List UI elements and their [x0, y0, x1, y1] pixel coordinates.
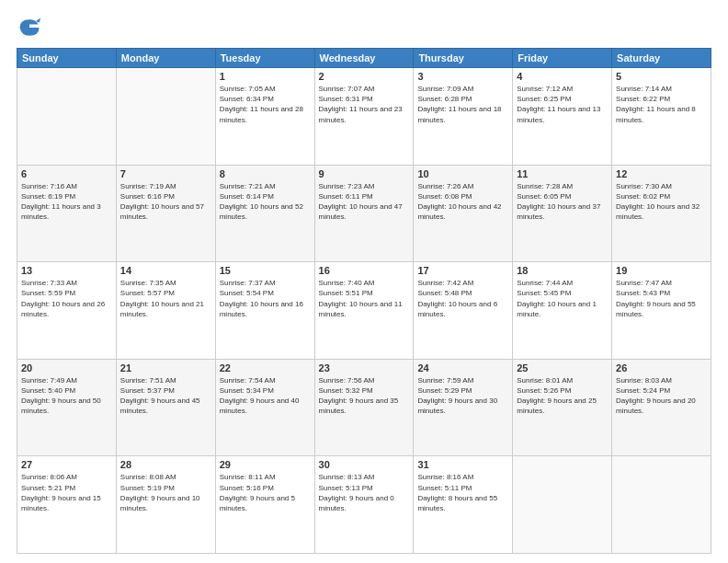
calendar-cell	[612, 456, 711, 554]
day-number: 24	[417, 362, 508, 373]
day-info: Sunrise: 7:07 AM Sunset: 6:31 PM Dayligh…	[319, 84, 410, 125]
calendar-cell	[116, 68, 215, 166]
calendar-cell: 1Sunrise: 7:05 AM Sunset: 6:34 PM Daylig…	[215, 68, 314, 166]
calendar-cell: 17Sunrise: 7:42 AM Sunset: 5:48 PM Dayli…	[414, 262, 513, 360]
day-number: 4	[517, 71, 608, 82]
header-saturday: Saturday	[612, 49, 711, 68]
calendar-cell: 12Sunrise: 7:30 AM Sunset: 6:02 PM Dayli…	[612, 165, 711, 262]
calendar-cell: 9Sunrise: 7:23 AM Sunset: 6:11 PM Daylig…	[314, 165, 414, 262]
day-number: 14	[120, 265, 211, 276]
header-friday: Friday	[513, 49, 612, 68]
calendar-cell: 5Sunrise: 7:14 AM Sunset: 6:22 PM Daylig…	[612, 68, 711, 166]
day-number: 12	[616, 168, 707, 179]
day-info: Sunrise: 7:30 AM Sunset: 6:02 PM Dayligh…	[616, 181, 707, 223]
calendar-cell	[513, 456, 612, 554]
calendar-cell: 6Sunrise: 7:16 AM Sunset: 6:19 PM Daylig…	[17, 165, 117, 262]
calendar-cell: 27Sunrise: 8:06 AM Sunset: 5:21 PM Dayli…	[17, 456, 117, 554]
day-number: 11	[517, 168, 608, 179]
calendar-week-row: 1Sunrise: 7:05 AM Sunset: 6:34 PM Daylig…	[17, 68, 711, 166]
day-info: Sunrise: 8:01 AM Sunset: 5:26 PM Dayligh…	[517, 375, 608, 417]
day-info: Sunrise: 8:11 AM Sunset: 5:16 PM Dayligh…	[220, 472, 311, 513]
day-info: Sunrise: 7:44 AM Sunset: 5:45 PM Dayligh…	[517, 278, 608, 319]
day-info: Sunrise: 7:47 AM Sunset: 5:43 PM Dayligh…	[616, 278, 707, 319]
calendar-cell: 3Sunrise: 7:09 AM Sunset: 6:28 PM Daylig…	[414, 68, 513, 166]
calendar-cell: 24Sunrise: 7:59 AM Sunset: 5:29 PM Dayli…	[414, 359, 513, 456]
day-number: 15	[220, 265, 311, 276]
day-number: 27	[21, 459, 112, 470]
day-number: 9	[319, 168, 410, 179]
day-info: Sunrise: 7:19 AM Sunset: 6:16 PM Dayligh…	[120, 181, 211, 223]
day-info: Sunrise: 7:37 AM Sunset: 5:54 PM Dayligh…	[220, 278, 311, 319]
day-info: Sunrise: 7:33 AM Sunset: 5:59 PM Dayligh…	[21, 278, 112, 319]
calendar-cell	[17, 68, 117, 166]
day-number: 8	[220, 168, 311, 179]
calendar-cell: 26Sunrise: 8:03 AM Sunset: 5:24 PM Dayli…	[612, 359, 711, 456]
calendar-cell: 14Sunrise: 7:35 AM Sunset: 5:57 PM Dayli…	[116, 262, 215, 360]
day-number: 21	[120, 362, 211, 373]
calendar-cell: 22Sunrise: 7:54 AM Sunset: 5:34 PM Dayli…	[215, 359, 314, 456]
day-number: 10	[417, 168, 508, 179]
calendar-cell: 31Sunrise: 8:16 AM Sunset: 5:11 PM Dayli…	[414, 456, 513, 554]
header-wednesday: Wednesday	[314, 49, 414, 68]
header-thursday: Thursday	[414, 49, 513, 68]
day-number: 23	[319, 362, 410, 373]
day-info: Sunrise: 7:12 AM Sunset: 6:25 PM Dayligh…	[517, 84, 608, 125]
calendar-cell: 29Sunrise: 8:11 AM Sunset: 5:16 PM Dayli…	[215, 456, 314, 554]
calendar-week-row: 20Sunrise: 7:49 AM Sunset: 5:40 PM Dayli…	[17, 359, 711, 456]
calendar-cell: 16Sunrise: 7:40 AM Sunset: 5:51 PM Dayli…	[314, 262, 414, 360]
day-info: Sunrise: 8:13 AM Sunset: 5:13 PM Dayligh…	[319, 472, 410, 513]
logo-icon	[17, 15, 42, 40]
day-number: 7	[120, 168, 211, 179]
day-info: Sunrise: 7:42 AM Sunset: 5:48 PM Dayligh…	[417, 278, 508, 319]
day-info: Sunrise: 7:59 AM Sunset: 5:29 PM Dayligh…	[417, 375, 508, 417]
calendar-cell: 21Sunrise: 7:51 AM Sunset: 5:37 PM Dayli…	[116, 359, 215, 456]
calendar-week-row: 13Sunrise: 7:33 AM Sunset: 5:59 PM Dayli…	[17, 262, 711, 360]
day-info: Sunrise: 8:03 AM Sunset: 5:24 PM Dayligh…	[616, 375, 707, 417]
calendar-cell: 4Sunrise: 7:12 AM Sunset: 6:25 PM Daylig…	[513, 68, 612, 166]
calendar-table: Sunday Monday Tuesday Wednesday Thursday…	[17, 48, 711, 554]
day-number: 16	[319, 265, 410, 276]
day-number: 31	[417, 459, 508, 470]
day-number: 3	[417, 71, 508, 82]
calendar-cell: 11Sunrise: 7:28 AM Sunset: 6:05 PM Dayli…	[513, 165, 612, 262]
day-number: 29	[220, 459, 311, 470]
calendar-week-row: 6Sunrise: 7:16 AM Sunset: 6:19 PM Daylig…	[17, 165, 711, 262]
day-info: Sunrise: 8:08 AM Sunset: 5:19 PM Dayligh…	[120, 472, 211, 513]
day-number: 5	[616, 71, 707, 82]
day-info: Sunrise: 7:51 AM Sunset: 5:37 PM Dayligh…	[120, 375, 211, 417]
calendar-week-row: 27Sunrise: 8:06 AM Sunset: 5:21 PM Dayli…	[17, 456, 711, 554]
calendar-cell: 25Sunrise: 8:01 AM Sunset: 5:26 PM Dayli…	[513, 359, 612, 456]
calendar-cell: 13Sunrise: 7:33 AM Sunset: 5:59 PM Dayli…	[17, 262, 117, 360]
day-info: Sunrise: 7:40 AM Sunset: 5:51 PM Dayligh…	[319, 278, 410, 319]
calendar-cell: 15Sunrise: 7:37 AM Sunset: 5:54 PM Dayli…	[215, 262, 314, 360]
day-number: 25	[517, 362, 608, 373]
day-number: 20	[21, 362, 112, 373]
day-number: 17	[417, 265, 508, 276]
day-info: Sunrise: 7:09 AM Sunset: 6:28 PM Dayligh…	[417, 84, 508, 125]
calendar-cell: 10Sunrise: 7:26 AM Sunset: 6:08 PM Dayli…	[414, 165, 513, 262]
header-monday: Monday	[116, 49, 215, 68]
calendar-cell: 23Sunrise: 7:56 AM Sunset: 5:32 PM Dayli…	[314, 359, 414, 456]
calendar-cell: 30Sunrise: 8:13 AM Sunset: 5:13 PM Dayli…	[314, 456, 414, 554]
calendar-cell: 20Sunrise: 7:49 AM Sunset: 5:40 PM Dayli…	[17, 359, 117, 456]
day-number: 13	[21, 265, 112, 276]
day-number: 18	[517, 265, 608, 276]
day-number: 2	[319, 71, 410, 82]
day-info: Sunrise: 7:21 AM Sunset: 6:14 PM Dayligh…	[220, 181, 311, 223]
header-sunday: Sunday	[17, 49, 117, 68]
calendar-header-row: Sunday Monday Tuesday Wednesday Thursday…	[17, 49, 711, 68]
day-number: 1	[220, 71, 311, 82]
day-number: 26	[616, 362, 707, 373]
day-info: Sunrise: 8:16 AM Sunset: 5:11 PM Dayligh…	[417, 472, 508, 513]
day-info: Sunrise: 7:56 AM Sunset: 5:32 PM Dayligh…	[319, 375, 410, 417]
day-number: 22	[220, 362, 311, 373]
day-number: 6	[21, 168, 112, 179]
day-info: Sunrise: 7:23 AM Sunset: 6:11 PM Dayligh…	[319, 181, 410, 223]
calendar-cell: 28Sunrise: 8:08 AM Sunset: 5:19 PM Dayli…	[116, 456, 215, 554]
day-info: Sunrise: 7:35 AM Sunset: 5:57 PM Dayligh…	[120, 278, 211, 319]
day-number: 19	[616, 265, 707, 276]
calendar-cell: 8Sunrise: 7:21 AM Sunset: 6:14 PM Daylig…	[215, 165, 314, 262]
calendar-cell: 18Sunrise: 7:44 AM Sunset: 5:45 PM Dayli…	[513, 262, 612, 360]
header	[17, 15, 711, 40]
day-info: Sunrise: 7:14 AM Sunset: 6:22 PM Dayligh…	[616, 84, 707, 125]
